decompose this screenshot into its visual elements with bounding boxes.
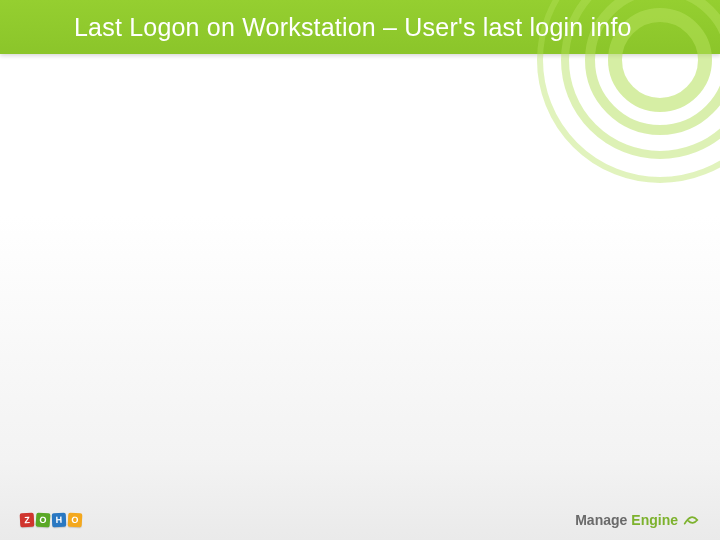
slide-title: Last Logon on Workstation – User's last … [0,0,720,54]
slide-header: Last Logon on Workstation – User's last … [0,0,720,54]
swirl-icon [682,511,700,529]
slide: Last Logon on Workstation – User's last … [0,0,720,540]
manageengine-logo-word2: Engine [631,512,678,528]
zoho-logo: Z O H O [20,513,82,527]
zoho-logo-o1: O [36,513,51,528]
zoho-logo-o2: O [68,513,83,528]
manageengine-logo-word1: Manage [575,512,627,528]
zoho-logo-h: H [52,513,66,527]
zoho-logo-z: Z [20,513,35,528]
slide-footer: Z O H O ManageEngine [0,500,720,540]
manageengine-logo: ManageEngine [575,511,700,529]
